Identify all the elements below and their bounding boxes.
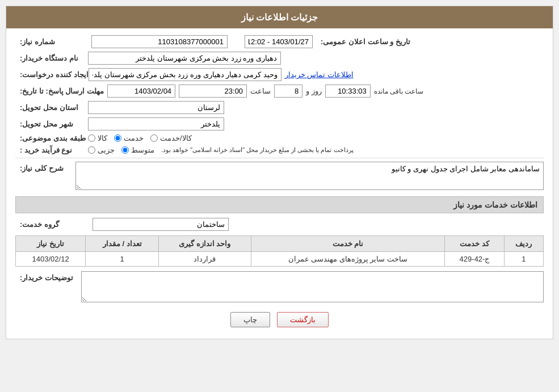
cell-date: 1403/02/12 <box>16 252 86 267</box>
back-button[interactable]: بازگشت <box>277 312 329 327</box>
announce-date-field[interactable] <box>245 35 313 48</box>
page-title: جزئیات اطلاعات نیاز <box>6 6 553 28</box>
kala-khedmat-radio[interactable] <box>150 134 158 142</box>
cell-row-num: 1 <box>504 252 543 267</box>
service-group-field[interactable] <box>93 218 229 231</box>
motavasset-radio[interactable] <box>121 146 129 154</box>
col-service-code: کد خدمت <box>445 236 505 252</box>
creator-field[interactable] <box>89 68 281 81</box>
remaining-time-field[interactable] <box>325 85 371 98</box>
purchase-type-label: نوع فرآیند خرید : <box>20 146 88 154</box>
remaining-label: ساعت باقی مانده <box>374 87 424 95</box>
reply-date-field[interactable] <box>107 85 175 98</box>
service-info-header: اطلاعات خدمات مورد نیاز <box>15 196 544 213</box>
col-quantity: تعداد / مقدار <box>86 236 159 252</box>
section-divider <box>15 158 544 158</box>
announce-date-label: تاریخ و ساعت اعلان عمومی: <box>321 37 410 46</box>
cell-quantity: 1 <box>86 252 159 267</box>
time-label: ساعت <box>250 87 271 95</box>
col-row-num: ردیف <box>504 236 543 252</box>
col-unit: واحد اندازه گیری <box>159 236 251 252</box>
kala-radio[interactable] <box>88 134 95 142</box>
col-date: تاریخ نیاز <box>16 236 86 252</box>
reply-time-field[interactable] <box>179 85 247 98</box>
print-button[interactable]: چاپ <box>230 312 270 327</box>
buyer-notes-field[interactable] <box>81 271 544 302</box>
purchase-desc-text: پرداخت تمام یا بخشی از مبلغ خریدار محل "… <box>161 146 354 154</box>
cell-service-name: ساخت سایر پروژه‌های مهندسی عمران <box>251 252 444 267</box>
need-description-field[interactable]: ساماندهی معابر شامل اجرای جدول نهری و کا… <box>75 162 544 190</box>
buyer-org-label: نام دستگاه خریدار: <box>20 54 88 62</box>
buyer-org-field[interactable] <box>88 52 281 65</box>
province-label: استان محل تحویل: <box>20 103 88 112</box>
cell-service-code: ج-42-429 <box>445 252 505 267</box>
city-label: شهر محل تحویل: <box>20 120 88 128</box>
jozvi-radio[interactable] <box>88 146 95 154</box>
col-service-name: نام خدمت <box>251 236 444 252</box>
jozvi-label: جزیی <box>98 146 115 154</box>
cell-unit: قرارداد <box>159 252 251 267</box>
kala-label: کالا <box>98 134 107 142</box>
days-field[interactable] <box>274 85 302 98</box>
days-label: روز و <box>306 87 322 95</box>
province-field[interactable] <box>88 101 224 114</box>
reply-deadline-label: مهلت ارسال پاسخ: تا تاریخ: <box>20 87 104 95</box>
need-description-label: شرح کلی نیاز: <box>20 164 71 172</box>
kala-khedmat-label: کالا/خدمت <box>160 134 192 142</box>
khedmat-radio[interactable] <box>114 134 121 142</box>
creator-label: ایجاد کننده درخواست: <box>20 70 89 79</box>
button-bar: بازگشت چاپ <box>15 312 544 327</box>
service-group-label: گروه خدمت: <box>20 220 88 229</box>
need-number-label: شماره نیاز: <box>20 37 88 46</box>
table-row: 1 ج-42-429 ساخت سایر پروژه‌های مهندسی عم… <box>16 252 544 267</box>
need-number-field[interactable] <box>91 35 228 48</box>
motavasset-label: متوسط <box>131 146 154 154</box>
buyer-notes-label: توضیحات خریدار: <box>20 273 77 282</box>
services-table: ردیف کد خدمت نام خدمت واحد اندازه گیری ت… <box>15 235 544 267</box>
khedmat-label: خدمت <box>124 134 144 142</box>
contact-link[interactable]: اطلاعات تماس خریدار <box>285 70 354 79</box>
category-label: طبقه بندی موضوعی: <box>20 134 88 142</box>
city-field[interactable] <box>88 117 224 130</box>
